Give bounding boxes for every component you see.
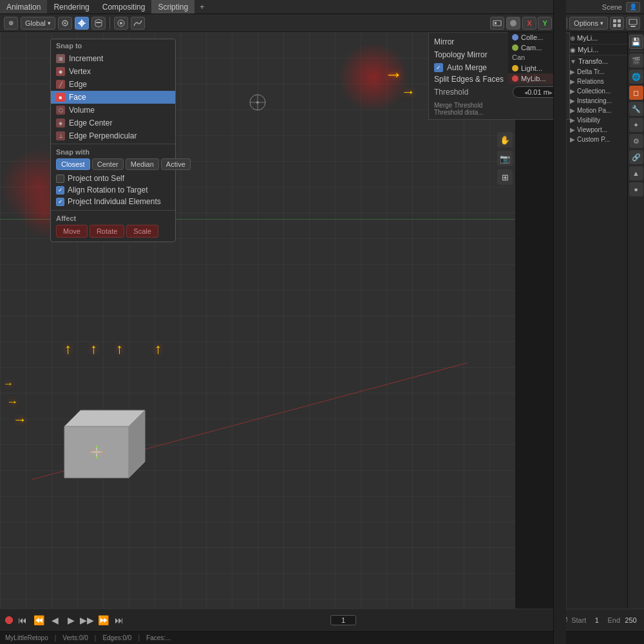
x-axis-btn[interactable]: X [522, 17, 536, 30]
cam-dot [512, 44, 518, 51]
modifier-prop-icon[interactable]: 🔧 [629, 102, 643, 116]
curve-type-btn[interactable] [131, 17, 145, 30]
grid-view-icon[interactable]: ⊞ [497, 169, 513, 185]
snap-edge-perp-icon: ⊥ [56, 131, 65, 140]
world-prop-icon[interactable]: 🌐 [629, 70, 643, 84]
material-prop-icon[interactable]: ● [629, 182, 643, 196]
save-btn[interactable]: 💾 [629, 35, 643, 49]
viewport-section-label: Viewport... [577, 126, 607, 133]
colle-dot [512, 34, 518, 41]
snap-median-btn[interactable]: Median [126, 158, 159, 170]
mirror-label: Mirror [434, 37, 519, 46]
transform-collapse-icon: ▼ [570, 58, 576, 65]
snap-edge-center-icon: ◈ [56, 118, 65, 128]
snap-divider2 [51, 210, 175, 211]
collection-section[interactable]: ▶ Collection... [567, 86, 627, 96]
motion-paths-section[interactable]: ▶ Motion Pa... [567, 106, 627, 115]
snap-options-btn[interactable] [91, 17, 106, 30]
align-rotation-checkbox[interactable] [56, 186, 64, 194]
snap-closest-btn[interactable]: Closest [56, 158, 90, 170]
viewport-gizmo[interactable] [249, 93, 267, 113]
viewport-options-btn[interactable]: Options ▾ [569, 17, 608, 30]
next-frame-btn[interactable]: ▶▶ [80, 614, 93, 627]
prev-frame-btn[interactable]: ◀ [48, 614, 61, 627]
viewport-section[interactable]: ▶ Viewport... [567, 125, 627, 135]
physics-prop-icon[interactable]: ⚙ [629, 134, 643, 148]
auto-merge-checkbox[interactable] [434, 63, 443, 72]
scene-prop-icon[interactable]: 🎬 [629, 53, 643, 68]
next-keyframe-btn[interactable]: ⏩ [97, 614, 109, 627]
snap-face[interactable]: ■ Face [51, 91, 175, 104]
snap-increment[interactable]: ⊞ Increment [51, 52, 175, 65]
snap-with-title: Snap with [56, 148, 170, 156]
project-individual-checkbox[interactable] [56, 198, 64, 206]
timeline-record-btn[interactable] [5, 616, 13, 624]
play-btn[interactable]: ▶ [64, 614, 77, 627]
edges-status: Edges:0/0 [102, 634, 131, 641]
props-header-icon: ⊕ [570, 35, 575, 42]
snap-toggle-btn[interactable] [75, 17, 89, 30]
svg-rect-7 [495, 22, 497, 24]
pivot-point-btn[interactable] [58, 17, 72, 30]
menu-animation[interactable]: Animation [0, 0, 47, 14]
faces-status: Faces:... [146, 634, 171, 641]
delta-tr-label: Delta Tr... [577, 68, 605, 75]
timeline-range: ⏱ Start 1 End 250 [561, 616, 639, 625]
arrow-up-1: ↑ [64, 341, 71, 357]
snap-volume[interactable]: ⬡ Volume [51, 104, 175, 117]
custom-props-section[interactable]: ▶ Custom P... [567, 135, 627, 144]
snap-edge[interactable]: ╱ Edge [51, 78, 175, 91]
svg-rect-10 [618, 19, 621, 23]
relations-section[interactable]: ▶ Relations [567, 77, 627, 86]
svg-rect-6 [493, 21, 501, 26]
menu-compositing[interactable]: Compositing [96, 0, 152, 14]
transform-orientation-btn[interactable]: Global ▾ [21, 17, 55, 30]
status-sep3: | [138, 634, 140, 641]
instancing-section[interactable]: ▶ Instancing... [567, 96, 627, 106]
arrow-left-3: → [3, 378, 14, 390]
y-axis-btn[interactable]: Y [538, 17, 552, 30]
affect-rotate-btn[interactable]: Rotate [90, 225, 124, 238]
affect-move-btn[interactable]: Move [56, 225, 88, 238]
user-menu-btn[interactable]: 👤 [626, 2, 640, 12]
particles-prop-icon[interactable]: ✦ [629, 118, 643, 132]
snap-active-btn[interactable]: Active [161, 158, 191, 170]
delta-tr-section[interactable]: ▶ Delta Tr... [567, 67, 627, 77]
visibility-section[interactable]: ▶ Visibility [567, 115, 627, 125]
project-onto-self-row: Project onto Self [56, 173, 170, 184]
screen-layout-btn[interactable] [626, 17, 640, 30]
current-frame-input[interactable]: 1 [330, 615, 356, 625]
constraints-prop-icon[interactable]: 🔗 [629, 150, 643, 164]
menubar: Animation Rendering Compositing Scriptin… [0, 0, 644, 14]
menu-add-workspace[interactable]: + [194, 0, 209, 14]
transform-section-header[interactable]: ▼ Transfo... [567, 55, 627, 67]
snap-edge-center[interactable]: ◈ Edge Center [51, 117, 175, 129]
svg-rect-3 [96, 22, 101, 23]
snap-to-title: Snap to [51, 39, 175, 52]
snap-center-btn[interactable]: Center [92, 158, 124, 170]
jump-start-btn[interactable]: ⏮ [16, 614, 29, 627]
collection-section-label: Collection... [577, 88, 611, 95]
affect-buttons: Move Rotate Scale [56, 225, 170, 238]
hand-tool-icon[interactable]: ✋ [497, 132, 513, 147]
viewport-shading-btn[interactable] [506, 17, 520, 30]
snap-vertex[interactable]: ◆ Vertex [51, 65, 175, 78]
menu-scripting[interactable]: Scripting [151, 0, 194, 14]
mylib-sub-label: MyLi... [578, 46, 624, 53]
menu-rendering[interactable]: Rendering [47, 0, 95, 14]
camera-view-icon[interactable]: 📷 [497, 151, 513, 166]
affect-scale-btn[interactable]: Scale [126, 225, 158, 238]
editor-type-btn[interactable]: ⊕ [4, 17, 18, 30]
snap-edge-perp[interactable]: ⊥ Edge Perpendicular [51, 129, 175, 142]
svg-rect-9 [613, 19, 616, 23]
proportional-edit-btn[interactable] [114, 17, 128, 30]
relations-label: Relations [577, 78, 604, 85]
project-onto-self-checkbox[interactable] [56, 175, 64, 183]
layout-toggle-btn[interactable] [610, 17, 624, 30]
jump-end-btn[interactable]: ⏭ [113, 614, 126, 627]
viewport-display-btn[interactable] [490, 17, 504, 30]
snap-face-icon: ■ [56, 93, 65, 102]
data-prop-icon[interactable]: ▲ [629, 166, 643, 180]
prev-keyframe-btn[interactable]: ⏪ [32, 614, 45, 627]
object-prop-icon[interactable]: ◻ [629, 86, 643, 100]
